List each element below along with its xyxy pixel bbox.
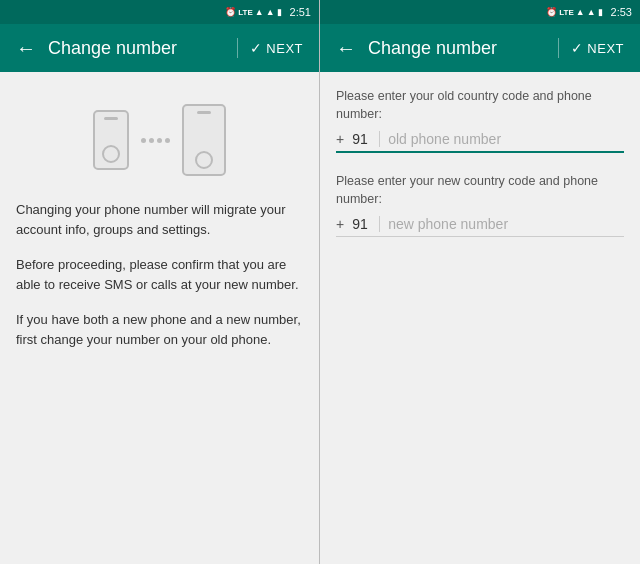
check-icon-left: ✓	[250, 40, 263, 56]
alarm-icon-r: ⏰	[546, 7, 557, 17]
new-number-input-row: + 91	[336, 216, 624, 237]
time-right: 2:53	[611, 6, 632, 18]
dot-1	[141, 138, 146, 143]
status-icons-left: ⏰ LTE ▲ ▲ ▮	[225, 7, 281, 17]
next-label-right: NEXT	[587, 41, 624, 56]
back-button-left[interactable]: ←	[8, 29, 44, 68]
new-number-label: Please enter your new country code and p…	[336, 173, 624, 208]
signal-icon: ▲	[255, 7, 264, 17]
new-phone-icon	[182, 104, 226, 176]
old-phone-icon	[93, 110, 129, 170]
dot-4	[165, 138, 170, 143]
next-button-left[interactable]: ✓ NEXT	[242, 32, 311, 64]
dot-2	[149, 138, 154, 143]
time-left: 2:51	[290, 6, 311, 18]
battery-icon-r: ▮	[598, 7, 603, 17]
next-button-right[interactable]: ✓ NEXT	[563, 32, 632, 64]
old-number-label: Please enter your old country code and p…	[336, 88, 624, 123]
dot-3	[157, 138, 162, 143]
back-button-right[interactable]: ←	[328, 29, 364, 68]
signal-icon-r: ▲	[576, 7, 585, 17]
check-icon-right: ✓	[571, 40, 584, 56]
right-content: Please enter your old country code and p…	[320, 72, 640, 564]
alarm-icon: ⏰	[225, 7, 236, 17]
info-paragraph-3: If you have both a new phone and a new n…	[16, 310, 303, 349]
old-number-input-row: + 91	[336, 131, 624, 153]
phones-illustration	[16, 104, 303, 176]
old-phone-input[interactable]	[388, 131, 624, 147]
next-label-left: NEXT	[266, 41, 303, 56]
new-country-code[interactable]: 91	[352, 216, 380, 232]
status-icons-right: ⏰ LTE ▲ ▲ ▮	[546, 7, 602, 17]
status-bar-right: ⏰ LTE ▲ ▲ ▮ 2:53	[320, 0, 640, 24]
page-title-right: Change number	[368, 38, 554, 59]
old-country-code[interactable]: 91	[352, 131, 380, 147]
toolbar-right: ← Change number ✓ NEXT	[320, 24, 640, 72]
right-screen: ⏰ LTE ▲ ▲ ▮ 2:53 ← Change number ✓ NEXT …	[320, 0, 640, 564]
migration-dots	[141, 138, 170, 143]
page-title-left: Change number	[48, 38, 233, 59]
new-plus-sign: +	[336, 216, 344, 232]
info-paragraph-1: Changing your phone number will migrate …	[16, 200, 303, 239]
divider-left	[237, 38, 238, 58]
toolbar-left: ← Change number ✓ NEXT	[0, 24, 319, 72]
phone-shape-new	[182, 104, 226, 176]
old-plus-sign: +	[336, 131, 344, 147]
left-screen: ⏰ LTE ▲ ▲ ▮ 2:51 ← Change number ✓ NEXT	[0, 0, 320, 564]
lte-icon-r: LTE	[559, 8, 574, 17]
lte-icon: LTE	[238, 8, 253, 17]
divider-right	[558, 38, 559, 58]
battery-icon: ▮	[277, 7, 282, 17]
status-bar-left: ⏰ LTE ▲ ▲ ▮ 2:51	[0, 0, 319, 24]
wifi-icon-r: ▲	[587, 7, 596, 17]
wifi-icon: ▲	[266, 7, 275, 17]
left-content: Changing your phone number will migrate …	[0, 72, 319, 564]
new-phone-input[interactable]	[388, 216, 624, 232]
info-paragraph-2: Before proceeding, please confirm that y…	[16, 255, 303, 294]
phone-shape-old	[93, 110, 129, 170]
